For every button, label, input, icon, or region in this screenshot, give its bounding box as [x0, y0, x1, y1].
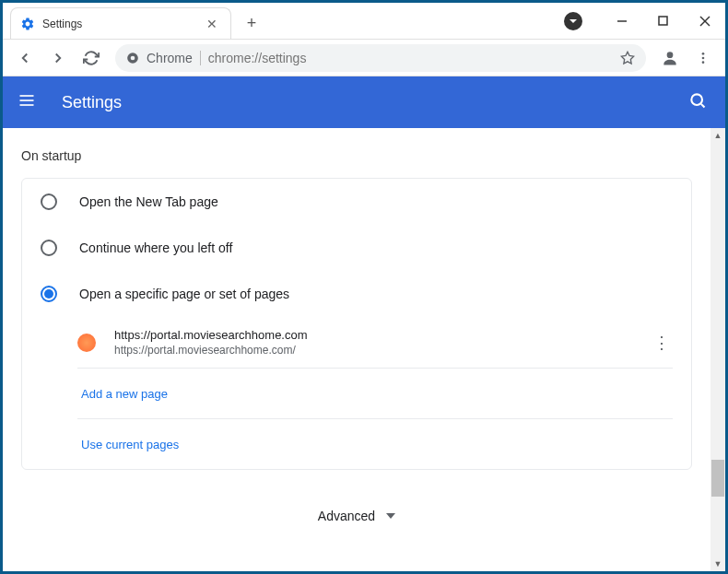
- back-button[interactable]: [10, 43, 40, 73]
- radio-label: Open a specific page or set of pages: [79, 287, 289, 301]
- advanced-toggle[interactable]: Advanced: [3, 498, 710, 534]
- svg-point-15: [691, 94, 702, 105]
- svg-rect-2: [659, 17, 667, 25]
- chevron-down-icon: [386, 511, 395, 521]
- svg-line-16: [701, 104, 705, 108]
- radio-icon: [41, 240, 57, 256]
- close-icon[interactable]: ✕: [203, 15, 221, 33]
- svg-point-6: [131, 55, 135, 60]
- scrollbar[interactable]: ▲ ▼: [710, 128, 725, 571]
- more-options-icon[interactable]: ⋮: [651, 333, 673, 353]
- browser-tab[interactable]: Settings ✕: [10, 7, 231, 39]
- radio-label: Open the New Tab page: [79, 194, 218, 209]
- window-close-button[interactable]: [684, 7, 725, 35]
- new-tab-button[interactable]: +: [239, 10, 264, 36]
- scroll-thumb[interactable]: [711, 460, 724, 497]
- startup-page-title: https://portal.moviesearchhome.com: [114, 328, 651, 342]
- titlebar: Settings ✕ +: [3, 3, 725, 40]
- settings-content: On startup Open the New Tab page Continu…: [3, 128, 710, 571]
- address-bar[interactable]: Chrome chrome://settings: [115, 44, 646, 72]
- address-url: chrome://settings: [208, 51, 620, 65]
- svg-point-9: [702, 53, 705, 55]
- svg-marker-7: [621, 52, 633, 64]
- search-icon[interactable]: [688, 91, 710, 113]
- svg-point-8: [667, 52, 674, 58]
- startup-page-url: https://portal.moviesearchhome.com/: [114, 344, 651, 357]
- hamburger-icon[interactable]: [18, 91, 40, 113]
- radio-option-specific[interactable]: Open a specific page or set of pages: [22, 271, 691, 317]
- toolbar: Chrome chrome://settings: [3, 40, 725, 76]
- section-title: On startup: [3, 143, 710, 178]
- profile-button[interactable]: [655, 43, 685, 73]
- svg-marker-0: [569, 19, 577, 23]
- radio-icon: [41, 286, 57, 302]
- maximize-button[interactable]: [642, 7, 684, 35]
- address-scheme: Chrome: [147, 51, 201, 65]
- use-current-pages-link[interactable]: Use current pages: [22, 419, 691, 469]
- add-page-link[interactable]: Add a new page: [22, 369, 691, 418]
- minimize-button[interactable]: [601, 7, 642, 35]
- chrome-icon: [126, 52, 139, 64]
- menu-button[interactable]: [688, 43, 718, 73]
- settings-header: Settings: [3, 76, 725, 128]
- radio-option-newtab[interactable]: Open the New Tab page: [22, 179, 691, 225]
- forward-button[interactable]: [43, 43, 73, 73]
- radio-option-continue[interactable]: Continue where you left off: [22, 225, 691, 271]
- scroll-up-icon[interactable]: ▲: [710, 128, 725, 143]
- svg-point-10: [702, 56, 705, 59]
- svg-point-11: [702, 61, 705, 64]
- radio-icon: [41, 193, 57, 210]
- startup-page-entry: https://portal.moviesearchhome.com https…: [22, 317, 691, 368]
- gear-icon: [20, 17, 35, 31]
- startup-card: Open the New Tab page Continue where you…: [21, 178, 692, 470]
- reload-button[interactable]: [76, 43, 106, 73]
- page-title: Settings: [62, 93, 688, 112]
- incognito-icon: [564, 12, 582, 30]
- radio-label: Continue where you left off: [79, 240, 232, 255]
- tab-title: Settings: [42, 18, 203, 30]
- bookmark-star-icon[interactable]: [620, 51, 635, 65]
- svg-marker-17: [386, 513, 395, 519]
- scroll-down-icon[interactable]: ▼: [710, 556, 725, 571]
- favicon-icon: [77, 334, 96, 352]
